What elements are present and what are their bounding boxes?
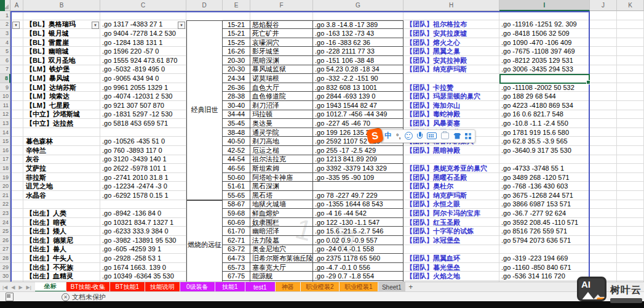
cell-E26[interactable]: 62-71 bbox=[223, 236, 250, 245]
cell-A16[interactable] bbox=[10, 146, 23, 155]
cell-F28[interactable]: 旧希尔斯布莱德丘陵 bbox=[250, 254, 313, 263]
cell-J19[interactable] bbox=[590, 173, 617, 182]
cell-E28[interactable]: 64-73 bbox=[223, 254, 250, 263]
cell-G9[interactable]: .go 832 608 13 1001 bbox=[313, 83, 403, 92]
sogou-logo-icon[interactable]: S bbox=[366, 128, 384, 144]
cell-C9[interactable]: .go 9961 2055 1329 1 bbox=[100, 83, 186, 92]
cell-B4[interactable]: 【BL】雷霆崖 bbox=[23, 38, 100, 47]
sheet-tab-1[interactable]: 坐标 bbox=[35, 282, 66, 292]
cell-E8[interactable]: 24-34 bbox=[223, 74, 250, 83]
cell-H13[interactable]: 【团队】风暴要塞 bbox=[403, 119, 499, 128]
sheet-tab-10[interactable]: 职业橙装1 bbox=[340, 282, 378, 292]
column-header-B[interactable]: B bbox=[23, 0, 100, 11]
cell-K24[interactable] bbox=[617, 218, 644, 227]
row-header-23[interactable]: 23 bbox=[0, 209, 10, 218]
cell-E25[interactable]: 61-70 bbox=[223, 227, 250, 236]
cell-H21[interactable]: 【团队】纳克萨玛斯 bbox=[403, 191, 499, 200]
cell-K9[interactable] bbox=[617, 83, 644, 92]
cell-A28[interactable] bbox=[10, 254, 23, 263]
cell-C22[interactable] bbox=[100, 200, 186, 209]
cell-B3[interactable]: 【BL】银月城 bbox=[23, 29, 100, 38]
row-header-9[interactable]: 9 bbox=[0, 83, 10, 92]
cell-J5[interactable] bbox=[590, 47, 617, 56]
cell-G3[interactable]: .go -163 132 -73 43 bbox=[313, 29, 403, 38]
cell-F15[interactable]: 剃刀高地 bbox=[250, 137, 313, 146]
cell-F30[interactable]: 能源舰 bbox=[250, 272, 313, 281]
cell-G17[interactable]: .go 1213 841.89 209 bbox=[313, 155, 403, 164]
filter-dropdown-C2[interactable]: ▼ bbox=[178, 22, 185, 29]
row-header-7[interactable]: 7 bbox=[0, 65, 10, 75]
cell-B11[interactable]: 【LM】七星殿 bbox=[23, 101, 100, 110]
cell-H26[interactable]: 【团队】冰冠堡垒 bbox=[403, 236, 499, 245]
cell-K15[interactable] bbox=[617, 137, 644, 146]
cell-K5[interactable] bbox=[617, 47, 644, 56]
cell-A3[interactable] bbox=[10, 29, 23, 38]
cell-I26[interactable]: .go 5794 2073 636 571 bbox=[499, 236, 590, 245]
cell-B8[interactable]: 【LM】暴风城 bbox=[23, 74, 100, 83]
cell-E2[interactable]: 15-21 bbox=[223, 20, 250, 30]
sheet-tab-11[interactable]: Sheet1 bbox=[378, 282, 405, 292]
cell-J28[interactable] bbox=[590, 254, 617, 263]
cell-G30[interactable]: .go -29 0.7 -1.8 554 bbox=[313, 272, 403, 281]
cell-F1[interactable] bbox=[250, 11, 313, 20]
cell-H28[interactable]: 【团队】黑翼血环 bbox=[403, 254, 499, 263]
cell-H27[interactable] bbox=[403, 245, 499, 254]
row-header-17[interactable]: 17 bbox=[0, 155, 10, 164]
cell-J17[interactable] bbox=[590, 155, 617, 164]
cell-G11[interactable]: .go 1943 1544 82 47 bbox=[313, 101, 403, 110]
cell-E22[interactable]: 58-67 bbox=[223, 200, 250, 209]
cell-H7[interactable]: 【团队】纳克萨玛斯 bbox=[403, 65, 499, 75]
cell-C8[interactable]: .go -9065 434 94 0 bbox=[100, 74, 186, 83]
cell-A4[interactable] bbox=[10, 38, 23, 47]
cell-J9[interactable] bbox=[590, 83, 617, 92]
cell-I29[interactable]: .go -1160 -850 840 671 bbox=[499, 263, 590, 272]
row-header-13[interactable]: 13 bbox=[0, 119, 10, 128]
cell-E30[interactable]: 67-75 bbox=[223, 272, 250, 281]
cell-F17[interactable]: 祖尔法拉克 bbox=[250, 155, 313, 164]
cell-I28[interactable]: .go -319 -223 194 669 bbox=[499, 254, 590, 263]
cell-A26[interactable] bbox=[10, 236, 23, 245]
column-header-I[interactable]: I bbox=[499, 0, 590, 11]
cell-C24[interactable]: .go 10321 834.7 1327 1 bbox=[100, 218, 186, 227]
cell-E23[interactable]: 59-68 bbox=[223, 209, 250, 218]
cell-C19[interactable]: .go -2741 2010 31.8 1 bbox=[100, 173, 186, 182]
cell-K21[interactable] bbox=[617, 191, 644, 200]
row-header-11[interactable]: 11 bbox=[0, 101, 10, 110]
cell-B20[interactable]: 诅咒之地 bbox=[23, 182, 100, 191]
cell-I17[interactable] bbox=[499, 155, 590, 164]
cell-H25[interactable]: 【团队】十字军的试炼 bbox=[403, 227, 499, 236]
cell-C6[interactable]: .go 1555 924 473.61 870 bbox=[100, 56, 186, 65]
clipboard-icon[interactable] bbox=[6, 293, 14, 301]
cell-H16[interactable]: 【团队】黑暗神殿 bbox=[403, 146, 499, 155]
cell-A19[interactable] bbox=[10, 173, 23, 182]
cell-A30[interactable] bbox=[10, 272, 23, 281]
cell-K26[interactable] bbox=[617, 236, 644, 245]
cell-H6[interactable]: 【团队】安其拉神殿 bbox=[403, 56, 499, 65]
cell-I15[interactable]: .go 62.8 35.5 -3.9 565 bbox=[499, 137, 590, 146]
sheet-tab-3[interactable]: BT技能1 bbox=[110, 282, 145, 292]
cell-A10[interactable] bbox=[10, 92, 23, 101]
cell-K17[interactable] bbox=[617, 155, 644, 164]
cell-H20[interactable]: 【团队】奥杜尔 bbox=[403, 182, 499, 191]
cell-H24[interactable]: 【团队】红玉圣殿 bbox=[403, 218, 499, 227]
cell-C11[interactable]: .go 921 307 507 870 bbox=[100, 101, 186, 110]
row-header-6[interactable]: 6 bbox=[0, 56, 10, 65]
cell-A6[interactable] bbox=[10, 56, 23, 65]
cell-C2[interactable]: .go 1317 -4383 27 1 bbox=[100, 20, 186, 30]
cell-B12[interactable]: 【中立】沙塔斯城 bbox=[23, 110, 100, 120]
cell-E4[interactable]: 15-25 bbox=[223, 38, 250, 47]
cell-F8[interactable]: 诺莫瑞根 bbox=[250, 74, 313, 83]
cell-H30[interactable]: 【团队】火焰之地 bbox=[403, 272, 499, 281]
cell-C10[interactable]: .go -4074 -12031 2 530 bbox=[100, 92, 186, 101]
cell-J20[interactable] bbox=[590, 182, 617, 191]
cell-F19[interactable]: 阿塔哈卡神庙 bbox=[250, 173, 313, 182]
sheet-tab-4[interactable]: 技能说明 bbox=[145, 282, 180, 292]
cell-B18[interactable]: 艾萨拉 bbox=[23, 164, 100, 173]
cell-C28[interactable]: .go -2928 -258 53 1 bbox=[100, 254, 186, 263]
row-header-24[interactable]: 24 bbox=[0, 218, 10, 227]
cell-G24[interactable]: .go 122 -130 -1.1 547 bbox=[313, 218, 403, 227]
row-header-12[interactable]: 12 bbox=[0, 110, 10, 120]
cell-B29[interactable]: 【出生】不死族 bbox=[23, 263, 100, 272]
filter-dropdown-B2[interactable]: ▼ bbox=[92, 22, 99, 29]
cell-C27[interactable]: .go -605 -4259 39 1 bbox=[100, 245, 186, 254]
